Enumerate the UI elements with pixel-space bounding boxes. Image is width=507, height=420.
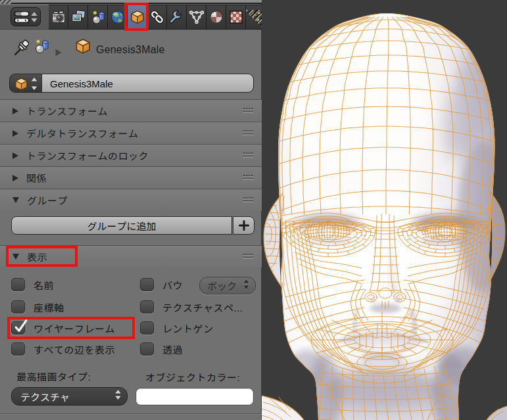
dropdown-arrows-icon [242, 278, 251, 294]
tab-object[interactable] [128, 5, 147, 29]
object-tab-highlight [124, 3, 149, 31]
collapsed-arrow-icon [12, 152, 18, 159]
object-id-button[interactable] [9, 74, 42, 93]
wireframe-row-highlight [7, 317, 135, 339]
scene-icon[interactable] [34, 37, 49, 58]
checkbox-label: すべての辺を表示 [34, 342, 115, 356]
add-to-group-label: グループに追加 [87, 219, 156, 233]
expanded-arrow-icon [12, 197, 19, 203]
max-draw-type-value: テクスチャ [20, 390, 70, 404]
checkbox-row-transparency: 透過 [140, 342, 183, 356]
breadcrumb-object-name[interactable]: Genesis3Male [96, 41, 165, 57]
checkbox-row-name: 名前 [11, 277, 54, 292]
object-name-value: Genesis3Male [50, 76, 113, 90]
tab-object-data[interactable] [187, 5, 206, 29]
properties-tab-strip [49, 5, 266, 30]
transparency-checkbox[interactable] [140, 342, 154, 356]
properties-panel: Genesis3Male Genesis3Male トランスフォーム デルタトラ… [0, 0, 262, 420]
xray-checkbox[interactable] [140, 321, 154, 335]
checkbox-label: バウ [162, 278, 183, 292]
panel-grip-icon[interactable] [243, 152, 253, 159]
name-checkbox[interactable] [11, 278, 25, 291]
tab-render[interactable] [49, 5, 68, 29]
bounds-type-value: ボック [207, 279, 237, 292]
axis-checkbox[interactable] [11, 300, 25, 314]
area-corner-grip-icon[interactable] [0, 0, 12, 4]
panel-label: デルタトランスフォーム [26, 126, 139, 140]
max-draw-type-dropdown[interactable]: テクスチャ [11, 387, 128, 406]
panel-header-transform[interactable]: トランスフォーム [0, 99, 262, 122]
add-to-group-button[interactable]: グループに追加 [11, 216, 232, 235]
panel-header-delta-transform[interactable]: デルタトランスフォーム [0, 122, 262, 144]
new-group-plus-button[interactable] [233, 216, 254, 235]
blender-window: Genesis3Male Genesis3Male トランスフォーム デルタトラ… [0, 0, 507, 420]
add-group-row: グループに追加 [11, 216, 254, 235]
checkbox-row-texture-space: テクスチャスペ... [140, 300, 243, 314]
panel-grip-icon[interactable] [243, 175, 253, 181]
checkbox-row-axis: 座標軸 [11, 300, 64, 314]
tab-material[interactable] [206, 5, 226, 29]
panel-label: グループ [27, 193, 68, 207]
object-color-swatch[interactable] [135, 388, 254, 406]
collapsed-arrow-icon [12, 175, 18, 181]
tab-texture[interactable] [226, 5, 245, 29]
collapsed-arrow-icon [12, 108, 18, 114]
tab-modifiers[interactable] [167, 5, 186, 29]
wireframe-head-render [262, 0, 507, 420]
panel-grip-icon[interactable] [243, 130, 253, 137]
object-cube-icon [74, 37, 91, 58]
max-draw-type-label: 最高描画タイプ: [16, 369, 91, 383]
tab-scene[interactable] [88, 5, 107, 29]
tab-render-layers[interactable] [68, 5, 87, 29]
checkbox-label: レントゲン [162, 321, 214, 335]
checkbox-label: 名前 [34, 278, 54, 292]
panel-header-relations[interactable]: 関係 [0, 166, 262, 189]
panel-label: トランスフォームのロック [26, 149, 149, 162]
checkbox-label: 座標軸 [34, 300, 64, 314]
draw-all-edges-checkbox[interactable] [11, 342, 25, 356]
breadcrumb-arrow-icon [55, 44, 62, 60]
editor-type-button[interactable] [11, 7, 41, 26]
breadcrumb: Genesis3Male [0, 30, 262, 68]
properties-tab-toolbar [0, 5, 262, 30]
collapsed-arrow-icon [12, 130, 18, 137]
panel-header-transform-lock[interactable]: トランスフォームのロック [0, 144, 262, 166]
panel-label: 関係 [26, 171, 47, 185]
bounds-checkbox[interactable] [140, 278, 154, 291]
checkbox-label: 透過 [162, 342, 183, 356]
panel-divider [0, 413, 262, 415]
tab-constraints[interactable] [147, 5, 166, 29]
checkbox-row-draw-all-edges: すべての辺を表示 [11, 342, 115, 356]
object-name-row: Genesis3Male [9, 74, 254, 93]
dropdown-arrows-icon [114, 388, 122, 404]
pin-icon[interactable] [13, 39, 29, 60]
panel-grip-icon[interactable] [243, 197, 253, 204]
viewport-3d[interactable] [262, 0, 507, 420]
object-name-input[interactable]: Genesis3Male [42, 74, 254, 93]
panel-grip-icon[interactable] [243, 254, 253, 260]
texture-space-checkbox[interactable] [140, 300, 154, 314]
object-color-label: オブジェクトカラー: [145, 370, 240, 384]
checkbox-row-xray: レントゲン [140, 321, 214, 335]
panel-grip-icon[interactable] [243, 108, 253, 114]
bounds-type-dropdown[interactable]: ボック [199, 277, 256, 294]
checkbox-row-bounds: バウ [140, 277, 183, 292]
display-header-highlight [6, 246, 78, 267]
panel-label: トランスフォーム [26, 104, 108, 118]
panel-header-group[interactable]: グループ [0, 189, 262, 211]
checkbox-label: テクスチャスペ... [162, 300, 243, 314]
